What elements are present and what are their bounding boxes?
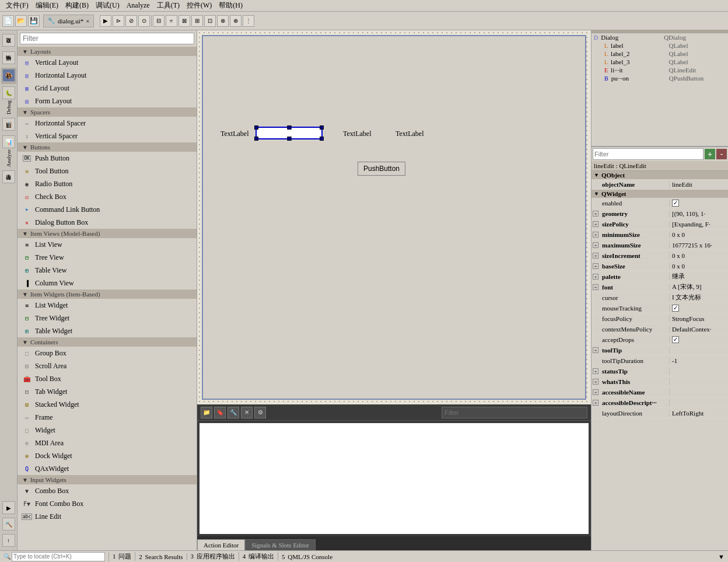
menu-item-help[interactable]: 帮助(H) <box>215 1 246 11</box>
sidebar-item-edit[interactable]: ✏ 编辑 <box>1 50 16 67</box>
bottom-filter-input[interactable] <box>442 407 587 418</box>
section-toggle-buttons[interactable]: ▼ <box>22 144 28 151</box>
menu-item-debug[interactable]: 调试(U) <box>92 1 123 11</box>
menu-item-controls[interactable]: 控件(W) <box>183 1 215 11</box>
props-filter-input[interactable] <box>593 148 704 160</box>
sidebar-item-play[interactable]: ▶ <box>1 500 16 515</box>
props-row-objectname[interactable]: objectNamelineEdit <box>592 179 728 190</box>
props-row-sizeincrement[interactable]: +sizeIncrement0 x 0 <box>592 250 728 261</box>
widget-item-scroll-area[interactable]: ⊡Scroll Area <box>18 359 197 372</box>
props-row-enabled[interactable]: enabled✓ <box>592 198 728 208</box>
props-row-cursor[interactable]: cursorI 文本光标 <box>592 292 728 303</box>
widget-item-grid-layout[interactable]: ▦Grid Layout <box>18 82 197 95</box>
widget-item-list-view[interactable]: ≡List View <box>18 238 197 251</box>
checkbox-enabled[interactable]: ✓ <box>672 200 679 207</box>
obj-tree-item-pu···on[interactable]: Bpu···onQPushButton <box>592 74 728 82</box>
bottom-btn-4[interactable]: ✕ <box>241 407 253 418</box>
menu-item-analyze[interactable]: Analyze <box>123 1 153 10</box>
props-row-font[interactable]: +fontA [宋体, 9] <box>592 282 728 292</box>
widget-item-tree-view[interactable]: ⊟Tree View <box>18 251 197 264</box>
widget-item-mdi-area[interactable]: ⊕MDI Area <box>18 437 197 449</box>
toolbar-icon-3[interactable]: ⊘ <box>125 15 137 27</box>
props-row-palette[interactable]: +palette继承 <box>592 271 728 282</box>
widget-item-form-layout[interactable]: ▧Form Layout <box>18 95 197 107</box>
toolbar-align-center[interactable]: ≡ <box>166 15 177 27</box>
widget-item-list-widget[interactable]: ≡List Widget <box>18 299 197 312</box>
widget-item-frame[interactable]: ▭Frame <box>18 411 197 424</box>
props-expand-accessibleName[interactable]: + <box>592 389 600 395</box>
props-row-layoutdirection[interactable]: layoutDirectionLeftToRight <box>592 408 728 418</box>
obj-tree-item-li···it[interactable]: Eli···itQLineEdit <box>592 66 728 74</box>
toolbar-icon-5[interactable]: ⊞ <box>191 15 203 27</box>
widget-item-vertical-spacer[interactable]: ↕Vertical Spacer <box>18 130 197 142</box>
sidebar-item-debug[interactable]: 🐛 Debug <box>1 85 16 116</box>
widget-item-line-edit[interactable]: abcLine Edit <box>18 510 197 523</box>
tab-signals-slots-editor[interactable]: Signals & Slots Editor <box>245 539 316 550</box>
props-expand-whatsThis[interactable]: + <box>592 379 600 385</box>
sidebar-item-arrow[interactable]: ↑ <box>1 533 16 548</box>
props-row-focuspolicy[interactable]: focusPolicyStrongFocus <box>592 313 728 324</box>
props-row-basesize[interactable]: +baseSize0 x 0 <box>592 261 728 271</box>
menu-item-file[interactable]: 文件(F) <box>2 1 32 11</box>
tab-close-btn[interactable]: × <box>86 18 89 25</box>
toolbar-icon-4[interactable]: ⊙ <box>138 15 150 27</box>
section-toggle-input_widgets[interactable]: ▼ <box>22 477 28 483</box>
props-expand-font[interactable]: + <box>592 284 600 290</box>
locate-input[interactable] <box>12 552 105 561</box>
toolbar-save-btn[interactable]: 💾 <box>28 15 40 27</box>
widget-item-tool-button[interactable]: ⚒Tool Button <box>18 165 197 177</box>
toolbar-icon-2[interactable]: ⊳ <box>113 15 124 27</box>
canvas-pushbutton[interactable]: PushButton <box>358 162 405 176</box>
status-app-output[interactable]: 3 应用程序输出 <box>187 552 239 561</box>
props-expand-toolTip[interactable]: + <box>592 347 600 353</box>
props-row-minimumsize[interactable]: +minimumSize0 x 0 <box>592 229 728 240</box>
tab-action-editor[interactable]: Action Editor <box>197 539 245 550</box>
toolbar-align-right[interactable]: ⊠ <box>178 15 190 27</box>
obj-tree-item-Dialog[interactable]: DDialogQDialog <box>592 33 728 41</box>
menu-item-edit[interactable]: 编辑(E) <box>32 1 62 11</box>
props-row-sizepolicy[interactable]: +sizePolicy[Expanding, F· <box>592 219 728 229</box>
status-search-results[interactable]: 2 Search Results <box>135 553 187 560</box>
status-arrow[interactable]: ▼ <box>715 553 728 560</box>
menu-item-build[interactable]: 构建(B) <box>62 1 92 11</box>
toolbar-align-left[interactable]: ⊟ <box>153 15 164 27</box>
sidebar-item-project[interactable]: 📋 项目 <box>1 117 16 133</box>
status-qml[interactable]: 5 QML/JS Console <box>278 553 336 560</box>
toolbar-open-btn[interactable]: 📂 <box>15 15 27 27</box>
section-toggle-item_widgets[interactable]: ▼ <box>22 291 28 298</box>
status-problems[interactable]: 1 问题 <box>109 552 135 561</box>
sidebar-item-help[interactable]: ? 帮助 <box>1 169 16 186</box>
sidebar-item-build-bottom[interactable]: 🔨 <box>1 516 16 532</box>
widget-item-combo-box[interactable]: ▼Combo Box <box>18 484 197 497</box>
sidebar-item-welcome[interactable]: ⌂ 欢迎 <box>1 33 16 49</box>
bottom-btn-1[interactable]: 📁 <box>201 407 212 418</box>
widget-item-horizontal-spacer[interactable]: ↔Horizontal Spacer <box>18 117 197 130</box>
widget-item-tab-widget[interactable]: ⊟Tab Widget <box>18 385 197 398</box>
checkbox-acceptDrops[interactable]: ✓ <box>672 336 679 343</box>
canvas-lineedit[interactable] <box>256 127 323 139</box>
widget-item-push-button[interactable]: OKPush Button <box>18 152 197 165</box>
props-row-tooltipduration[interactable]: toolTipDuration-1 <box>592 355 728 366</box>
widget-item-dialog-button-box[interactable]: ✕Dialog Button Box <box>18 216 197 229</box>
status-compile[interactable]: 4 编译输出 <box>239 552 278 561</box>
props-row-contextmenupolicy[interactable]: contextMenuPolicyDefaultContex· <box>592 324 728 334</box>
checkbox-mouseTracking[interactable]: ✓ <box>672 305 679 312</box>
widget-item-table-widget[interactable]: ⊞Table Widget <box>18 324 197 337</box>
props-expand-maximumSize[interactable]: + <box>592 242 600 248</box>
widget-item-column-view[interactable]: ▐Column View <box>18 277 197 289</box>
bottom-btn-3[interactable]: 🔧 <box>228 407 239 418</box>
widget-item-horizontal-layout[interactable]: ▥Horizontal Layout <box>18 69 197 82</box>
props-expand-statusTip[interactable]: + <box>592 368 600 374</box>
widget-item-command-link-button[interactable]: ➤Command Link Button <box>18 203 197 216</box>
props-row-accessibledescript···[interactable]: +accessibleDescript··· <box>592 397 728 408</box>
section-toggle-layouts[interactable]: ▼ <box>22 48 28 55</box>
props-row-acceptdrops[interactable]: acceptDrops✓ <box>592 334 728 345</box>
props-add-btn[interactable]: + <box>705 149 715 159</box>
sidebar-item-design[interactable]: 🎨 设计 <box>1 68 16 84</box>
bottom-btn-5[interactable]: ⚙ <box>254 407 266 418</box>
widget-item-qaxwidget[interactable]: QQAxWidget <box>18 462 197 475</box>
section-toggle-item_views[interactable]: ▼ <box>22 231 28 237</box>
props-row-geometry[interactable]: +geometry[(90, 110), 1· <box>592 208 728 219</box>
props-expand-palette[interactable]: + <box>592 274 600 280</box>
props-row-accessiblename[interactable]: +accessibleName <box>592 387 728 397</box>
